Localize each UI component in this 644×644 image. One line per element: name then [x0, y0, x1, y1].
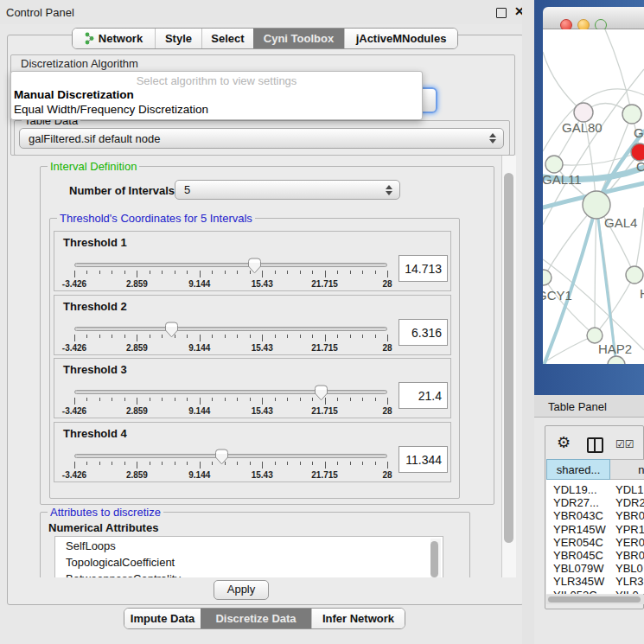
popup-item-manual-discretization[interactable]: Manual Discretization: [14, 88, 134, 101]
number-of-intervals-combo[interactable]: 5: [175, 180, 400, 200]
list-scrollbar-thumb[interactable]: [430, 541, 438, 577]
app-root: Control Panel ✕ NetworkStyleSelectCyni T…: [0, 0, 644, 644]
tab-impute-data[interactable]: Impute Data: [124, 609, 201, 628]
network-node-h[interactable]: [626, 266, 643, 284]
checkbox-pair-icon[interactable]: ☑☑: [615, 438, 634, 450]
table-cell-shared-name[interactable]: YPR145W: [553, 523, 606, 536]
slider-tick: [150, 398, 150, 401]
slider-tick: [362, 462, 363, 465]
network-node[interactable]: [608, 356, 625, 364]
list-scrollbar[interactable]: [430, 539, 441, 577]
slider-tick: [150, 462, 150, 465]
slider-track[interactable]: [74, 327, 387, 331]
table-cell-name[interactable]: YBL0: [615, 562, 643, 575]
attribute-item[interactable]: TopologicalCoefficient: [66, 556, 175, 569]
network-node-gal11[interactable]: [545, 156, 563, 173]
slider-tick: [250, 398, 251, 401]
network-node-label: H: [640, 286, 644, 301]
gear-icon[interactable]: ⚙: [557, 433, 571, 452]
slider-tick: [375, 462, 376, 465]
table-cell-shared-name[interactable]: YBL079W: [553, 562, 604, 575]
tab-cyni-toolbox[interactable]: Cyni Toolbox: [253, 29, 344, 48]
table-cell-name[interactable]: YER0: [615, 536, 644, 549]
table-cell-name[interactable]: YDL1: [615, 483, 644, 496]
table-cell-name[interactable]: YPR1: [615, 523, 644, 536]
network-node-c[interactable]: [631, 143, 644, 161]
table-hscrollbar-thumb[interactable]: [548, 596, 641, 603]
float-window-icon[interactable]: [496, 8, 507, 18]
network-edge: [544, 277, 595, 335]
slider-thumb[interactable]: [214, 449, 229, 465]
tab-jactivemnodules[interactable]: jActiveMNodules: [344, 29, 457, 48]
apply-button[interactable]: Apply: [214, 580, 269, 600]
tab-select[interactable]: Select: [201, 29, 253, 48]
columns-icon[interactable]: [587, 437, 603, 453]
threshold-value-field[interactable]: 6.316: [399, 319, 448, 346]
column-header-shared-name[interactable]: shared...: [546, 459, 610, 480]
slider-thumb[interactable]: [314, 385, 328, 401]
table-cell-name[interactable]: YLR3: [615, 575, 644, 588]
network-node-gal[interactable]: [622, 105, 641, 124]
tab-discretize-data[interactable]: Discretize Data: [201, 609, 311, 628]
network-node-label: GCY1: [543, 288, 572, 303]
slider-tick: [124, 398, 125, 401]
popup-item-equal-width-frequency[interactable]: Equal Width/Frequency Discretization: [14, 103, 208, 116]
network-window-titlebar[interactable]: [543, 7, 644, 29]
network-node-gcy1[interactable]: [543, 270, 552, 285]
table-cell-name[interactable]: YIL0: [615, 589, 639, 594]
node-table[interactable]: shared... na YDL19...YDL1YDR27...YDR2YBR…: [546, 459, 644, 594]
numerical-attributes-list[interactable]: SelfLoopsTopologicalCoefficientBetweenne…: [54, 536, 443, 577]
slider-tick-label: 21.715: [311, 343, 338, 353]
slider-tick-label: 2.859: [126, 470, 148, 480]
threshold-value-field[interactable]: 11.344: [399, 446, 448, 473]
network-node-gal80[interactable]: [574, 103, 593, 122]
slider-tick: [99, 335, 100, 338]
attribute-item[interactable]: BetweennessCentrality: [66, 572, 181, 577]
table-cell-shared-name[interactable]: YER054C: [553, 536, 603, 549]
network-edge: [595, 205, 596, 335]
control-panel-title: Control Panel: [6, 6, 74, 19]
network-canvas[interactable]: GAL80GALCGAL11GAL4GCY1HHAP2: [543, 29, 644, 364]
table-cell-shared-name[interactable]: YLR345W: [553, 575, 604, 588]
table-cell-shared-name[interactable]: YBR043C: [553, 509, 603, 522]
slider-tick: [337, 462, 338, 465]
slider-track[interactable]: [74, 390, 387, 394]
slider-tick: [300, 398, 301, 401]
slider-track[interactable]: [74, 454, 387, 458]
threshold-row-2: Threshold 2-3.4262.8599.14415.4321.71528…: [54, 295, 451, 355]
slider-tick: [250, 462, 251, 465]
table-cell-shared-name[interactable]: YIL052C: [553, 589, 597, 594]
slider-tick-label: -3.426: [62, 343, 86, 353]
attribute-item[interactable]: SelfLoops: [66, 539, 116, 552]
table-cell-name[interactable]: YDR2: [615, 496, 644, 509]
slider-tick: [387, 271, 388, 277]
table-cell-name[interactable]: YBR0: [615, 549, 644, 562]
threshold-value-field[interactable]: 21.4: [399, 382, 448, 409]
tab-label: Infer Network: [322, 612, 394, 625]
slider-tick: [262, 335, 263, 341]
number-of-intervals-value: 5: [184, 183, 190, 196]
threshold-row-3: Threshold 3-3.4262.8599.14415.4321.71528…: [54, 358, 451, 418]
slider-tick: [337, 398, 338, 401]
table-data-combo[interactable]: galFiltered.sif default node: [19, 128, 504, 149]
slider-track[interactable]: [74, 263, 387, 267]
slider-tick: [225, 398, 226, 401]
slider-tick-label: 2.859: [126, 406, 148, 416]
slider-tick: [312, 462, 313, 465]
table-cell-name[interactable]: YBR0: [615, 509, 644, 522]
table-cell-shared-name[interactable]: YDL19...: [553, 483, 597, 496]
slider-thumb[interactable]: [164, 322, 179, 338]
threshold-value-field[interactable]: 14.713: [399, 255, 448, 282]
slider-tick: [112, 271, 112, 274]
slider-tick-label: 9.144: [188, 470, 210, 480]
panel-scrollbar-thumb[interactable]: [504, 173, 513, 543]
table-cell-shared-name[interactable]: YBR045C: [553, 549, 603, 562]
column-header-name[interactable]: na: [610, 459, 644, 480]
tab-style[interactable]: Style: [155, 29, 201, 48]
tab-network[interactable]: Network: [73, 29, 155, 48]
panel-splitter[interactable]: [522, 0, 534, 644]
table-cell-shared-name[interactable]: YDR27...: [553, 496, 599, 509]
tab-infer-network[interactable]: Infer Network: [311, 609, 405, 628]
slider-thumb[interactable]: [247, 258, 262, 274]
slider-tick: [200, 398, 201, 405]
